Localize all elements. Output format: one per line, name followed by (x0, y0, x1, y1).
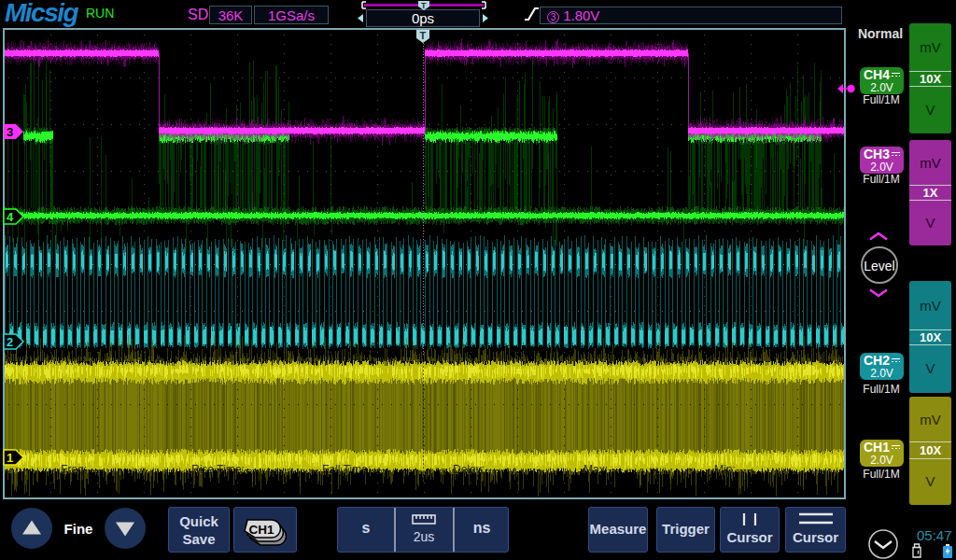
svg-text:3: 3 (7, 125, 13, 139)
svg-text:1: 1 (7, 451, 13, 465)
svg-text:Rise Time:----: Rise Time:---- (191, 463, 260, 476)
svg-text:2: 2 (7, 335, 13, 349)
svg-text:Fall Time:----: Fall Time:---- (322, 463, 386, 476)
svg-text:Delay:----: Delay:---- (453, 463, 499, 476)
svg-text:Freq:----: Freq:---- (61, 463, 102, 476)
svg-text:T: T (421, 1, 427, 10)
svg-text:Max:----: Max:---- (583, 463, 623, 476)
svg-text:Min:----: Min:---- (714, 463, 751, 476)
svg-text:T: T (420, 30, 427, 41)
svg-text:4: 4 (7, 210, 14, 224)
svg-text:CH1: CH1 (248, 523, 274, 537)
